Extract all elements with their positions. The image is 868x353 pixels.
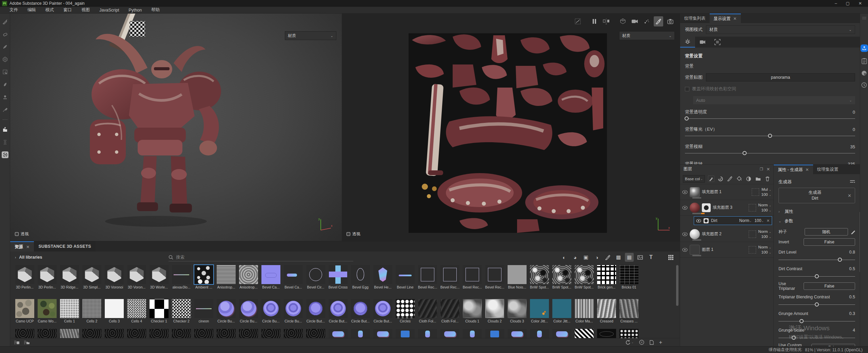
layer-thumbnail[interactable] xyxy=(690,203,700,213)
tab-substance-3d-assets[interactable]: SUBSTANCE 3D ASSETS xyxy=(34,241,95,252)
asset-tile[interactable]: BnW Spot... xyxy=(530,265,549,289)
asset-tile[interactable]: Camo UCP xyxy=(15,299,35,323)
background-map-field[interactable]: panorama xyxy=(706,73,855,81)
visibility-eye-icon[interactable] xyxy=(682,232,688,236)
asset-thumbnail[interactable] xyxy=(60,265,79,284)
asset-thumbnail[interactable] xyxy=(82,329,101,339)
asset-thumbnail[interactable] xyxy=(485,265,504,284)
perspective-cube-icon[interactable] xyxy=(618,16,628,26)
asset-tile[interactable] xyxy=(216,329,236,339)
sphere-viewer-icon[interactable] xyxy=(861,70,867,76)
slider-control[interactable] xyxy=(685,116,855,122)
screenshot-camera-icon[interactable] xyxy=(666,16,675,26)
close-tab-icon[interactable]: ✕ xyxy=(733,16,737,21)
viewport-settings-tab[interactable] xyxy=(710,37,725,48)
slider-control[interactable] xyxy=(685,133,855,139)
asset-thumbnail[interactable] xyxy=(261,299,280,318)
asset-thumbnail[interactable] xyxy=(373,265,392,284)
asset-thumbnail[interactable] xyxy=(619,299,638,318)
asset-tile[interactable]: Ambient ... xyxy=(194,265,214,289)
effect-opacity-select[interactable]: 100⌄ xyxy=(754,218,764,223)
history-log-icon[interactable] xyxy=(861,82,867,88)
list-options-icon[interactable] xyxy=(850,180,855,184)
asset-tile[interactable]: Circle But... xyxy=(328,299,348,323)
asset-thumbnail[interactable] xyxy=(194,329,213,339)
layer-thumbnail[interactable] xyxy=(690,245,700,255)
asset-thumbnail[interactable] xyxy=(150,265,169,284)
asset-tile[interactable]: Cloth Fol... xyxy=(418,299,437,323)
asset-tile[interactable]: Circle Bu... xyxy=(239,299,258,323)
tab-assets[interactable]: 资源 ✕ xyxy=(10,241,34,252)
asset-tile[interactable] xyxy=(328,329,348,339)
asset-thumbnail[interactable] xyxy=(239,265,258,284)
asset-tile[interactable]: Camo Wo... xyxy=(37,299,57,323)
asset-tile[interactable]: Bevel Ca... xyxy=(261,265,281,289)
slider-knob[interactable] xyxy=(743,151,747,155)
override-colorspace-checkbox[interactable] xyxy=(685,87,689,91)
asset-tile[interactable] xyxy=(574,329,594,339)
asset-thumbnail[interactable] xyxy=(105,299,124,318)
layer-thumbnail[interactable] xyxy=(690,229,700,239)
particles-brush-icon[interactable] xyxy=(642,16,651,26)
asset-tile[interactable]: Blue Nois... xyxy=(507,265,527,289)
asset-thumbnail[interactable] xyxy=(284,265,303,284)
viewport-3d[interactable]: 材质⌄ 透视 y x xyxy=(10,14,342,241)
asset-tile[interactable] xyxy=(462,329,482,339)
asset-thumbnail[interactable] xyxy=(552,299,571,318)
asset-thumbnail[interactable] xyxy=(194,265,213,284)
layer-row[interactable]: 填充图层 3 Norm⌄ 100⌄ xyxy=(680,200,773,216)
asset-thumbnail[interactable] xyxy=(575,329,594,339)
asset-tile[interactable]: 3D Perlin... xyxy=(15,265,35,289)
share-button[interactable] xyxy=(861,44,868,52)
asset-tile[interactable] xyxy=(60,329,79,339)
asset-thumbnail[interactable] xyxy=(552,329,571,339)
asset-thumbnail[interactable] xyxy=(351,265,370,284)
remove-effect-icon[interactable]: ✕ xyxy=(767,219,770,223)
opacity-select[interactable]: 100⌄ xyxy=(761,250,771,254)
asset-tile[interactable]: Bevel Rec... xyxy=(462,265,482,289)
asset-thumbnail[interactable] xyxy=(150,299,169,318)
asset-tile[interactable]: Checker 2 xyxy=(172,299,191,323)
new-resource-icon[interactable] xyxy=(650,340,654,345)
tab-texture-set-settings[interactable]: 纹理集设置 xyxy=(813,165,843,174)
asset-thumbnail[interactable] xyxy=(619,265,638,284)
asset-tile[interactable] xyxy=(283,329,303,339)
asset-thumbnail[interactable] xyxy=(440,265,459,284)
tab-properties-generator[interactable]: 属性 - 生成器 ✕ xyxy=(774,165,813,174)
polygon-fill-tool-icon[interactable] xyxy=(2,56,8,63)
asset-thumbnail[interactable] xyxy=(15,329,34,339)
asset-tile[interactable]: Anisotrop... xyxy=(239,265,258,289)
scrollbar-thumb[interactable] xyxy=(676,265,678,306)
asset-thumbnail[interactable] xyxy=(239,299,258,318)
asset-thumbnail[interactable] xyxy=(306,299,325,318)
opacity-select[interactable]: 100⌄ xyxy=(761,192,771,197)
section-parameters[interactable]: ⌄ 参数 xyxy=(778,216,855,226)
asset-tile[interactable]: 3D Perlin... xyxy=(37,265,57,289)
filter-smart-materials-icon[interactable]: ◕ xyxy=(571,253,579,262)
effect-name[interactable]: Dirt xyxy=(711,218,717,223)
cancel-loading-icon[interactable] xyxy=(639,340,644,345)
asset-tile[interactable]: Bevel Rec... xyxy=(485,265,505,289)
float-panel-icon[interactable]: ❐ xyxy=(760,167,763,171)
asset-tile[interactable]: 3D Ridge... xyxy=(60,265,79,289)
asset-thumbnail[interactable] xyxy=(351,299,370,318)
visibility-eye-icon[interactable] xyxy=(682,190,688,194)
asset-tile[interactable] xyxy=(395,329,415,339)
asset-thumbnail[interactable] xyxy=(15,265,34,284)
asset-tile[interactable] xyxy=(485,329,505,339)
add-fill-layer-icon[interactable] xyxy=(736,175,743,182)
clone-tool-icon[interactable] xyxy=(2,94,8,100)
asset-thumbnail[interactable] xyxy=(508,265,527,284)
generator-resource-box[interactable]: 生成器 Dirt ✕ xyxy=(778,188,855,203)
asset-thumbnail[interactable] xyxy=(38,299,57,318)
random-seed-button[interactable]: 随机 xyxy=(805,228,848,236)
all-libraries-selector[interactable]: › All libraries xyxy=(15,255,42,260)
asset-tile[interactable]: Circle But... xyxy=(306,299,326,323)
asset-tile[interactable] xyxy=(597,329,616,339)
asset-tile[interactable] xyxy=(15,329,35,339)
asset-tile[interactable]: Creased xyxy=(597,299,616,323)
asset-tile[interactable]: Checker 1 xyxy=(149,299,169,323)
asset-thumbnail[interactable] xyxy=(38,329,57,339)
environment-settings-tab[interactable] xyxy=(680,37,695,48)
asset-thumbnail[interactable] xyxy=(463,329,482,339)
